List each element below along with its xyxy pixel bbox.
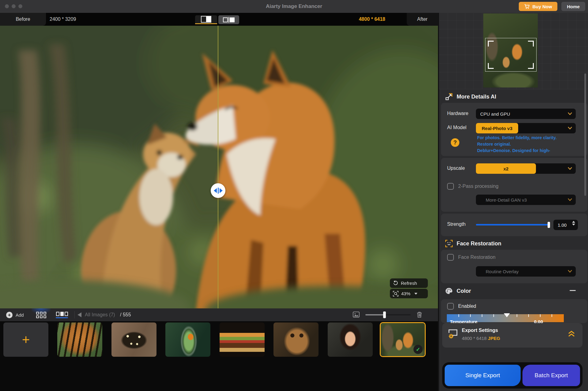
split-view-toggle[interactable] <box>195 15 217 24</box>
chevron-down-icon <box>568 127 572 129</box>
palette-icon <box>445 288 453 294</box>
hardware-dropdown[interactable]: CPU and GPU <box>476 109 576 119</box>
navigator-preview[interactable] <box>439 13 588 89</box>
upscale-icon <box>445 93 453 100</box>
spinner-arrows-icon[interactable] <box>572 221 575 225</box>
zoom-level-value: 43% <box>401 291 410 296</box>
after-dimensions: 4800 * 6418 <box>306 13 385 26</box>
color-header: Color <box>445 288 471 294</box>
thumbnail-butterfly[interactable] <box>111 322 156 357</box>
chevron-down-icon <box>568 198 572 201</box>
more-details-ai-header: More Details AI <box>445 93 496 100</box>
side-by-side-icon <box>223 17 235 23</box>
toolbar-separator <box>74 311 75 318</box>
image-viewer[interactable]: Refresh 43% <box>0 26 438 308</box>
compare-divider-handle[interactable] <box>211 183 225 198</box>
export-output-format: JPEG <box>488 336 500 341</box>
temperature-label: Temperature <box>450 319 477 323</box>
refresh-button[interactable]: Refresh <box>390 278 428 288</box>
back-arrow-icon[interactable] <box>77 312 81 317</box>
zoom-level-control[interactable]: 43% <box>390 289 428 298</box>
grid-view-icon <box>36 312 46 318</box>
color-enabled-checkbox[interactable] <box>447 303 454 310</box>
chevron-down-icon <box>568 270 572 273</box>
strength-label: Strength <box>447 222 466 227</box>
settings-sidebar: More Details AI Hardware CPU and GPU AI … <box>438 13 588 391</box>
color-enabled-label: Enabled <box>458 303 476 309</box>
ai-model-value-pill: Real-Photo v3 <box>476 123 518 133</box>
color-panel: Enabled Temperature 0.00 <box>441 299 587 323</box>
face-restoration-panel: Face Restoration Routine Overlay <box>441 250 587 283</box>
strength-panel: Strength 1.00 <box>441 214 587 236</box>
divider-left-arrow-icon <box>214 188 217 193</box>
ai-model-dropdown[interactable]: Real-Photo v3 <box>476 123 576 133</box>
model-description: For photos. Better fidelity, more clarit… <box>477 135 578 154</box>
ai-model-label: AI Model <box>447 125 466 130</box>
export-settings-panel[interactable]: Export Settings 4800 * 6418 JPEG <box>442 323 582 348</box>
bottom-toolbar: + Add All Images (7) / 555 <box>0 308 438 321</box>
filmstrip: + ✓ <box>0 321 438 391</box>
upscale-value-pill: x2 <box>476 163 536 174</box>
single-export-button[interactable]: Single Export <box>445 365 521 386</box>
filmstrip-view-icon <box>56 312 68 316</box>
app-window: Aiarty Image Enhancer Buy Now Home Befor… <box>0 0 588 391</box>
chevron-down-icon <box>568 167 572 170</box>
add-plus-icon: + <box>6 312 13 318</box>
face-restoration-icon <box>445 240 453 247</box>
chevron-down-icon <box>568 112 572 115</box>
slider-handle[interactable] <box>383 311 386 318</box>
split-view-icon <box>201 16 211 23</box>
face-restoration-header: Face Restoration <box>445 240 501 247</box>
two-pass-model-dropdown[interactable]: More-Detail GAN v3 <box>476 195 576 205</box>
collapse-color-icon[interactable] <box>570 290 576 291</box>
thumbnail-size-icon <box>353 311 360 319</box>
face-restoration-checkbox[interactable] <box>447 254 454 261</box>
face-restoration-mode-dropdown[interactable]: Routine Overlay <box>476 266 576 277</box>
more-details-panel: Hardware CPU and GPU AI Model Real-Photo… <box>441 103 587 156</box>
batch-export-button[interactable]: Batch Export <box>522 365 580 386</box>
temperature-marker[interactable] <box>504 313 510 317</box>
grid-view-tab[interactable] <box>32 308 51 321</box>
help-icon[interactable]: ? <box>451 138 459 147</box>
viewer-hud: Refresh 43% <box>390 278 428 299</box>
image-filter-label[interactable]: All Images (7) <box>85 308 115 321</box>
sidebar-scrollbar[interactable] <box>584 73 586 196</box>
upscale-panel: Upscale x2 2-Pass processing More-Detail… <box>441 158 587 212</box>
temperature-slider[interactable]: Temperature 0.00 <box>447 314 564 322</box>
buy-now-button[interactable]: Buy Now <box>519 2 557 11</box>
thumbnail-size-slider[interactable] <box>365 314 411 315</box>
refresh-icon <box>393 281 398 286</box>
filmstrip-view-tab[interactable] <box>52 308 72 321</box>
export-settings-title: Export Settings <box>462 328 498 333</box>
strength-slider[interactable] <box>476 224 549 225</box>
export-settings-icon <box>448 329 459 339</box>
thumbnail-foxes-selected[interactable]: ✓ <box>380 322 426 357</box>
after-tab[interactable]: After <box>407 13 438 26</box>
two-pass-checkbox[interactable] <box>447 183 454 190</box>
add-image-button[interactable]: + Add <box>6 308 24 321</box>
navigator-viewport[interactable] <box>485 38 537 72</box>
delete-image-button[interactable] <box>417 311 422 319</box>
thumbnail-portrait[interactable] <box>328 322 373 357</box>
temperature-value: 0.00 <box>534 319 543 323</box>
divider-right-arrow-icon <box>220 188 223 193</box>
upscale-dropdown[interactable]: x2 <box>476 163 576 174</box>
image-total-count: / 555 <box>120 308 131 321</box>
collapse-export-icon[interactable] <box>568 330 575 337</box>
thumbnail-tiger[interactable] <box>57 322 102 357</box>
home-button[interactable]: Home <box>561 2 585 11</box>
compare-bar: Before 2400 * 3209 4800 * 6418 After <box>0 13 438 26</box>
thumbnail-burger[interactable] <box>220 322 265 357</box>
strength-value-spinbox[interactable]: 1.00 <box>553 220 578 230</box>
strength-slider-handle[interactable] <box>548 222 550 228</box>
title-bar: Aiarty Image Enhancer Buy Now Home <box>0 0 588 13</box>
side-by-side-toggle[interactable] <box>218 15 239 24</box>
fox-photo <box>0 26 438 308</box>
compare-divider[interactable] <box>218 26 218 308</box>
upscale-label: Upscale <box>447 166 465 171</box>
thumbnail-terrarium[interactable] <box>165 322 210 357</box>
thumbnail-add-tile[interactable]: + <box>3 322 48 357</box>
thumbnail-steampunk-dog[interactable] <box>273 322 318 357</box>
before-tab[interactable]: Before <box>0 13 46 26</box>
hardware-label: Hardware <box>447 111 468 116</box>
